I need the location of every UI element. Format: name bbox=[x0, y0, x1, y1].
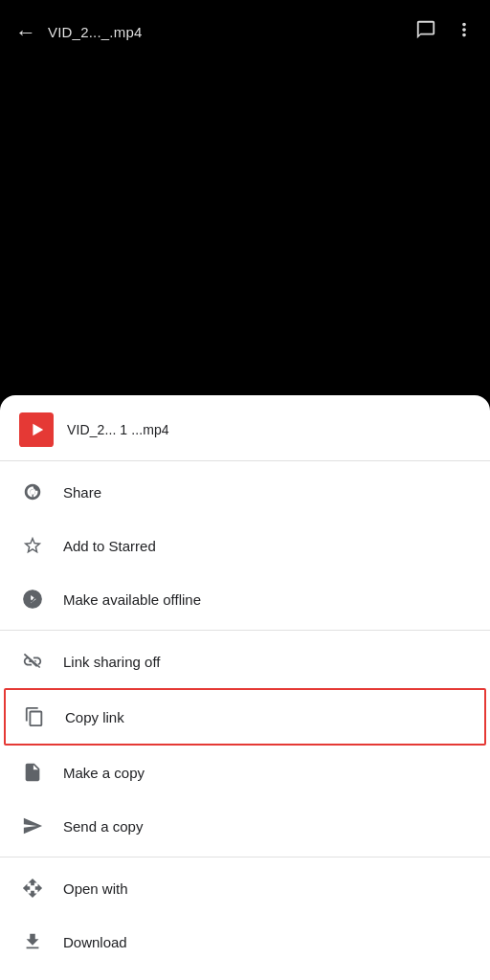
link-off-icon bbox=[19, 648, 46, 675]
top-bar: ← VID_2..._.mp4 bbox=[15, 11, 475, 45]
download-label: Download bbox=[63, 934, 127, 950]
send-copy-icon bbox=[19, 813, 46, 839]
menu-item-link-sharing[interactable]: Link sharing off bbox=[0, 635, 490, 688]
more-options-icon[interactable] bbox=[454, 19, 475, 45]
star-icon bbox=[19, 532, 46, 559]
share-icon bbox=[19, 479, 46, 505]
copy-link-label: Copy link bbox=[65, 709, 124, 725]
make-copy-label: Make a copy bbox=[63, 765, 145, 781]
menu-section-1: Share Add to Starred Make available offl… bbox=[0, 461, 490, 631]
open-with-icon bbox=[19, 875, 46, 902]
top-icons bbox=[415, 19, 475, 45]
add-starred-label: Add to Starred bbox=[63, 538, 156, 554]
file-name: VID_2... 1 ...mp4 bbox=[67, 422, 169, 437]
copy-link-icon bbox=[21, 703, 48, 730]
menu-item-offline[interactable]: Make available offline bbox=[0, 572, 490, 626]
share-label: Share bbox=[63, 484, 101, 501]
offline-pin-icon bbox=[19, 586, 46, 612]
back-button[interactable]: ← bbox=[15, 20, 36, 45]
menu-item-send-copy[interactable]: Send a copy bbox=[0, 799, 490, 853]
send-copy-label: Send a copy bbox=[63, 818, 143, 835]
link-sharing-label: Link sharing off bbox=[63, 654, 160, 670]
menu-item-share[interactable]: Share bbox=[0, 465, 490, 519]
file-video-icon bbox=[19, 412, 54, 447]
offline-label: Make available offline bbox=[63, 591, 201, 608]
menu-item-add-starred[interactable]: Add to Starred bbox=[0, 519, 490, 572]
menu-item-copy-link[interactable]: Copy link bbox=[4, 688, 486, 746]
menu-section-2: Link sharing off Copy link Make a copy S… bbox=[0, 631, 490, 858]
open-with-label: Open with bbox=[63, 880, 128, 897]
download-icon bbox=[19, 928, 46, 955]
menu-item-make-copy[interactable]: Make a copy bbox=[0, 746, 490, 799]
bottom-sheet: VID_2... 1 ...mp4 Share Add to Starred M… bbox=[0, 395, 490, 980]
comment-icon[interactable] bbox=[415, 19, 436, 45]
file-header: VID_2... 1 ...mp4 bbox=[0, 395, 490, 461]
video-area: ← VID_2..._.mp4 bbox=[0, 0, 490, 306]
menu-item-open-with[interactable]: Open with bbox=[0, 861, 490, 915]
make-copy-icon bbox=[19, 759, 46, 786]
video-title: VID_2..._.mp4 bbox=[48, 24, 415, 40]
menu-item-download[interactable]: Download bbox=[0, 915, 490, 969]
menu-section-3: Open with Download bbox=[0, 858, 490, 972]
